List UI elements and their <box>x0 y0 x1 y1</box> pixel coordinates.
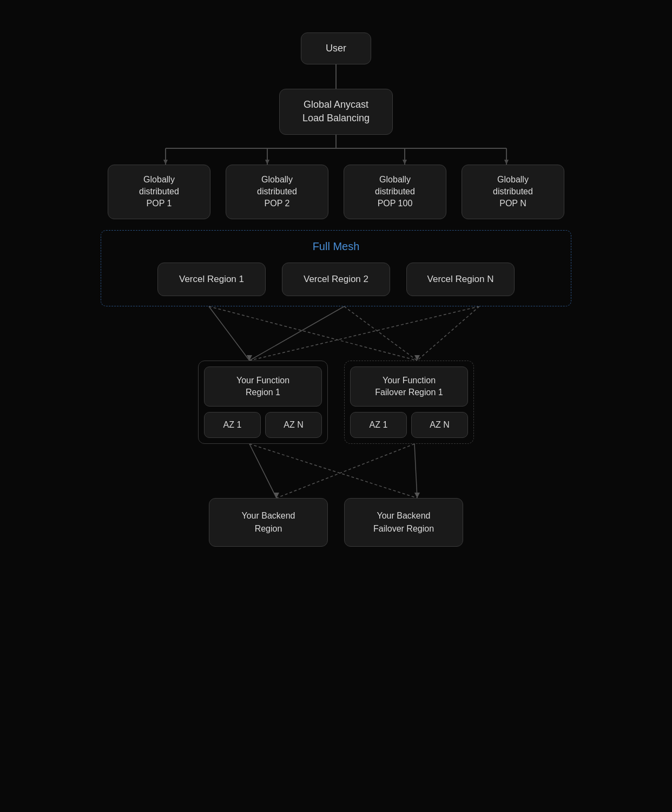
svg-line-11 <box>209 306 249 361</box>
full-mesh-section: Full Mesh Vercel Region 1 Vercel Region … <box>101 230 571 306</box>
pop-node-3: Globally distributed POP 100 <box>344 165 446 219</box>
svg-marker-18 <box>414 355 420 361</box>
user-node: User <box>301 32 371 64</box>
svg-marker-8 <box>265 160 269 165</box>
svg-line-13 <box>344 306 417 361</box>
pop-node-1: Globally distributed POP 1 <box>108 165 210 219</box>
svg-line-15 <box>209 306 417 361</box>
architecture-diagram: User Global Anycast Load Balancing <box>79 32 593 547</box>
az-row-failover: AZ 1 AZ N <box>350 412 468 438</box>
cross-connectors-svg <box>109 306 563 361</box>
svg-line-21 <box>276 444 414 498</box>
svg-marker-10 <box>504 160 509 165</box>
anycast-label-line1: Global Anycast <box>304 99 368 110</box>
vercel-region-1: Vercel Region 1 <box>157 263 266 296</box>
connector-user-anycast <box>335 64 337 89</box>
vercel-region-n: Vercel Region N <box>406 263 515 296</box>
connector-anycast-pops-svg <box>109 135 563 165</box>
az1-node-1: AZ 1 <box>204 412 261 438</box>
svg-marker-24 <box>414 493 420 498</box>
svg-line-22 <box>414 444 417 498</box>
pop-node-2: Globally distributed POP 2 <box>226 165 328 219</box>
user-label: User <box>326 43 346 54</box>
pop-node-n: Globally distributed POP N <box>462 165 564 219</box>
function-regions-row: Your Function Region 1 AZ 1 AZ N Your Fu… <box>79 361 593 444</box>
pops-row: Globally distributed POP 1 Globally dist… <box>79 165 593 219</box>
backend-failover-node: Your Backend Failover Region <box>344 498 463 547</box>
function-failover-1-group: Your Function Failover Region 1 AZ 1 AZ … <box>344 361 474 444</box>
svg-line-16 <box>249 306 479 361</box>
anycast-node: Global Anycast Load Balancing <box>279 89 393 134</box>
full-mesh-label: Full Mesh <box>313 240 360 253</box>
cross-connectors-svg-wrapper <box>109 306 563 361</box>
vercel-region-2: Vercel Region 2 <box>282 263 390 296</box>
svg-line-12 <box>249 306 344 361</box>
svg-marker-9 <box>403 160 407 165</box>
connector-anycast-pops <box>109 135 563 165</box>
anycast-label-line2: Load Balancing <box>302 113 370 123</box>
svg-line-14 <box>417 306 479 361</box>
function-region-1-node: Your Function Region 1 <box>204 366 322 407</box>
backend-region-node: Your Backend Region <box>209 498 328 547</box>
az-row-1: AZ 1 AZ N <box>204 412 322 438</box>
svg-marker-7 <box>163 160 168 165</box>
regions-row: Vercel Region 1 Vercel Region 2 Vercel R… <box>117 263 555 296</box>
az-backend-connectors-svg <box>109 444 563 498</box>
function-region-1-group: Your Function Region 1 AZ 1 AZ N <box>198 361 328 444</box>
svg-line-20 <box>249 444 417 498</box>
az1-node-failover: AZ 1 <box>350 412 407 438</box>
function-failover-1-node: Your Function Failover Region 1 <box>350 366 468 407</box>
backend-section: Your Backend Region Your Backend Failove… <box>209 498 463 547</box>
azn-node-1: AZ N <box>265 412 322 438</box>
az-backend-connector-wrapper <box>109 444 563 498</box>
svg-line-19 <box>249 444 276 498</box>
azn-node-failover: AZ N <box>411 412 468 438</box>
